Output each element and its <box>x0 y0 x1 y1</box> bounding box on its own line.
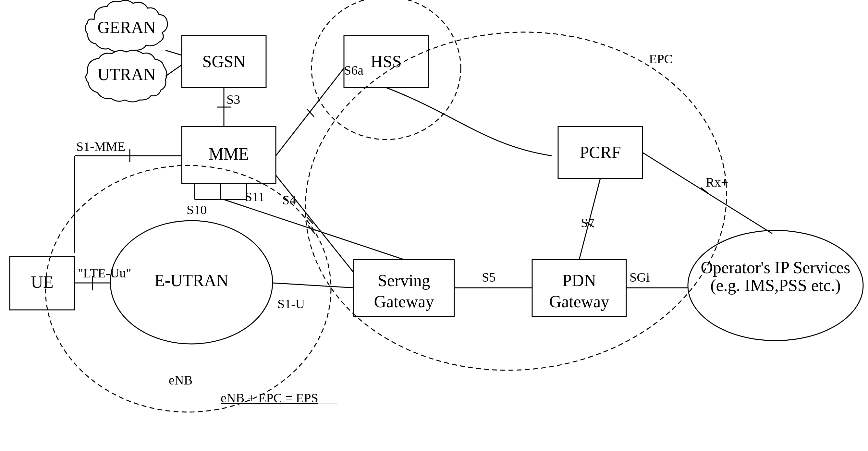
geran-cloud: GERAN <box>85 0 168 52</box>
sgsn-node: SGSN <box>182 36 266 88</box>
utran-cloud: UTRAN <box>86 50 167 102</box>
s1-u-label: S1-U <box>277 296 305 311</box>
operator-ip-text1: Operator's IP Services <box>701 258 850 277</box>
lte-uu-label: "LTE-Uu" <box>78 266 131 280</box>
mme-node: MME <box>182 127 276 199</box>
svg-line-9 <box>307 109 314 117</box>
s11-line <box>276 175 354 272</box>
s1-mme-label: S1-MME <box>76 139 125 154</box>
hss-node: HSS <box>344 36 428 88</box>
hss-text: HSS <box>371 52 401 71</box>
s3-label: S3 <box>226 92 240 107</box>
operator-ip-text2: (e.g. IMS,PSS etc.) <box>710 276 841 295</box>
eutran-text: E-UTRAN <box>154 271 228 290</box>
s4-label: S4 <box>282 193 296 207</box>
enb-label: eNB <box>169 373 192 387</box>
pcrf-node: PCRF <box>558 127 643 179</box>
pdn-gateway-text2: Gateway <box>549 292 609 311</box>
rx-label: Rx+ <box>706 175 728 190</box>
s7-label: S7 <box>581 216 594 230</box>
diagram-container: GERAN UTRAN SGSN HSS MME <box>0 0 868 451</box>
s11-label: S11 <box>245 190 265 204</box>
mme-text: MME <box>209 145 249 163</box>
geran-sgsn-line <box>165 50 182 55</box>
operator-ip-node: Operator's IP Services (e.g. IMS,PSS etc… <box>688 230 863 341</box>
utran-sgsn-line <box>165 65 182 76</box>
enb-epc-eps-label: eNB + EPC = EPS <box>221 391 318 405</box>
sgi-label: SGi <box>629 270 650 285</box>
ue-text: UE <box>31 273 53 291</box>
s1-u-line <box>273 283 354 288</box>
pdn-gateway-text1: PDN <box>562 271 596 290</box>
sgsn-text: SGSN <box>203 52 246 71</box>
epc-label: EPC <box>649 52 673 66</box>
pdn-gateway-node: PDN Gateway <box>532 260 626 316</box>
s6a-label: S6a <box>344 63 364 77</box>
geran-label: GERAN <box>97 18 155 37</box>
pcrf-text: PCRF <box>580 143 621 162</box>
s5-label: S5 <box>482 270 495 285</box>
serving-gateway-text1: Serving <box>378 271 430 290</box>
s10-label: S10 <box>187 202 207 217</box>
hss-epc-line <box>386 88 552 156</box>
serving-gateway-text2: Gateway <box>374 292 434 311</box>
ue-node: UE <box>10 256 74 310</box>
utran-label: UTRAN <box>97 65 155 84</box>
eutran-node: E-UTRAN <box>110 221 273 344</box>
serving-gateway-node: Serving Gateway <box>354 260 454 316</box>
